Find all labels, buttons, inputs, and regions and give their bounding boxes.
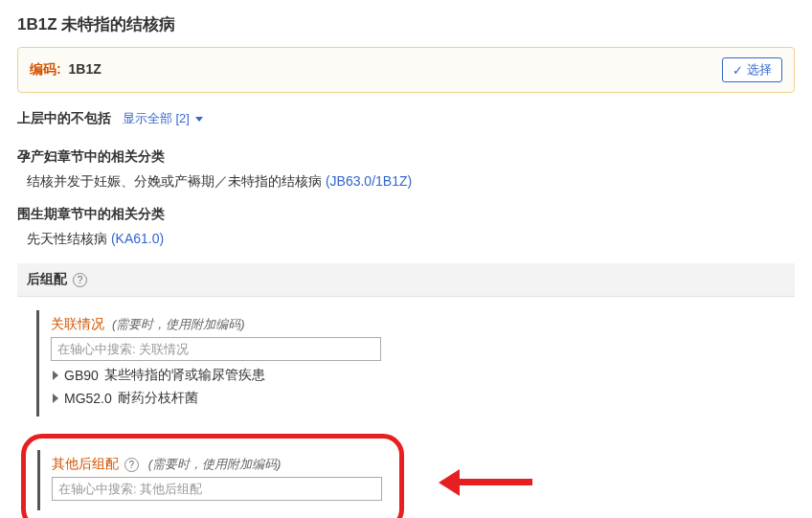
code-box: 编码: 1B1Z ✓ 选择 [17, 47, 795, 93]
tree-item[interactable]: MG52.0 耐药分枝杆菌 [53, 390, 785, 407]
perinatal-item-text: 先天性结核病 [27, 231, 107, 246]
maternal-section-title: 孕产妇章节中的相关分类 [17, 148, 795, 166]
axis-other-note: (需要时，使用附加编码) [148, 457, 282, 471]
select-button-label: 选择 [747, 61, 772, 79]
maternal-item-code[interactable]: (JB63.0/1B1Z) [326, 173, 412, 189]
axis-other-search-input[interactable] [52, 477, 382, 501]
show-all-link[interactable]: 显示全部 [2] [123, 111, 203, 125]
tree-item-text: 耐药分枝杆菌 [118, 390, 198, 407]
maternal-item: 结核并发于妊娠、分娩或产褥期／未特指的结核病 (JB63.0/1B1Z) [27, 173, 795, 191]
axis-associated-label: 关联情况 [51, 316, 104, 331]
perinatal-section-title: 围生期章节中的相关分类 [17, 206, 795, 223]
axis-associated: 关联情况 (需要时，使用附加编码) GB90 某些特指的肾或输尿管疾患 MG52… [36, 310, 785, 417]
perinatal-item: 先天性结核病 (KA61.0) [27, 231, 795, 248]
select-button[interactable]: ✓ 选择 [722, 57, 782, 82]
axis-other-label: 其他后组配 [52, 456, 119, 471]
axis-associated-search-input[interactable] [51, 337, 381, 361]
tree-item[interactable]: GB90 某些特指的肾或输尿管疾患 [53, 367, 785, 384]
tree-item-text: 某些特指的肾或输尿管疾患 [104, 367, 265, 384]
maternal-item-text: 结核并发于妊娠、分娩或产褥期／未特指的结核病 [27, 173, 322, 189]
excludes-section-title: 上层中的不包括 显示全部 [2] [17, 110, 795, 127]
arrow-annotation [439, 469, 532, 496]
tree-item-code: MG52.0 [64, 391, 112, 406]
help-icon[interactable]: ? [124, 458, 139, 472]
arrow-line [460, 479, 532, 485]
highlight-annotation: 其他后组配 ? (需要时，使用附加编码) [21, 434, 404, 518]
postcoordination-title: 后组配 [27, 271, 67, 288]
excludes-title-text: 上层中的不包括 [17, 110, 111, 125]
help-icon[interactable]: ? [73, 273, 87, 287]
chevron-down-icon [195, 117, 203, 122]
page-title: 1B1Z 未特指的结核病 [17, 13, 795, 35]
code-text: 编码: 1B1Z [30, 61, 102, 79]
axis-associated-note: (需要时，使用附加编码) [112, 317, 245, 331]
show-all-text: 显示全部 [2] [123, 111, 190, 125]
code-value: 1B1Z [69, 61, 102, 77]
tree-item-code: GB90 [64, 368, 99, 383]
expand-icon [53, 394, 58, 403]
perinatal-item-code[interactable]: (KA61.0) [111, 231, 164, 246]
axis-other: 其他后组配 ? (需要时，使用附加编码) [37, 450, 388, 510]
postcoordination-body: 关联情况 (需要时，使用附加编码) GB90 某些特指的肾或输尿管疾患 MG52… [17, 297, 795, 518]
arrow-head-icon [439, 469, 460, 496]
expand-icon [53, 371, 58, 380]
postcoordination-header: 后组配 ? [17, 263, 795, 297]
code-label: 编码: [30, 61, 61, 77]
check-icon: ✓ [733, 63, 743, 78]
